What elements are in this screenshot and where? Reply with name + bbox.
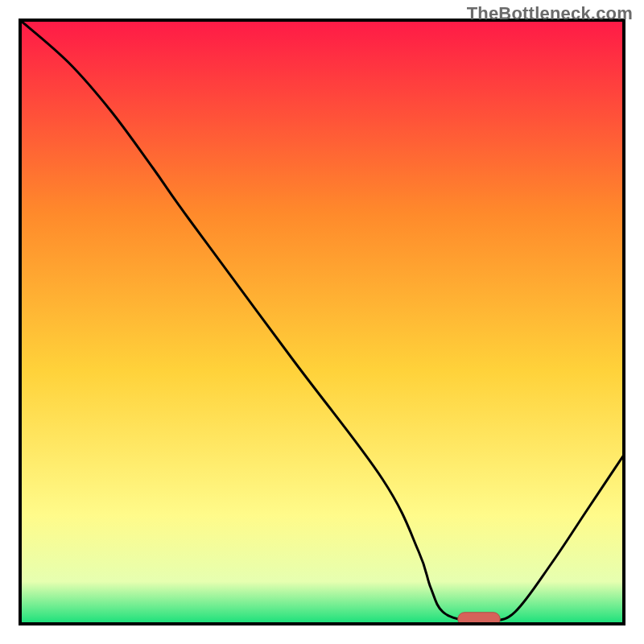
watermark-text: TheBottleneck.com: [467, 3, 633, 24]
bottleneck-chart: [0, 0, 644, 644]
chart-stage: TheBottleneck.com: [0, 0, 644, 644]
